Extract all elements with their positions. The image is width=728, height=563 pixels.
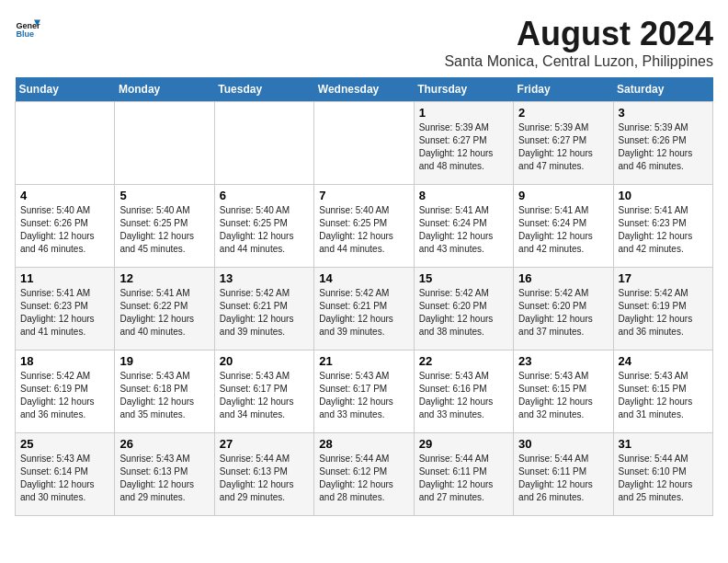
calendar-week-2: 4Sunrise: 5:40 AM Sunset: 6:26 PM Daylig… (16, 185, 713, 268)
cell-info: Sunrise: 5:44 AM Sunset: 6:11 PM Dayligh… (518, 453, 608, 504)
cell-info: Sunrise: 5:43 AM Sunset: 6:18 PM Dayligh… (119, 370, 209, 421)
cell-date: 18 (20, 354, 109, 368)
cell-info: Sunrise: 5:42 AM Sunset: 6:21 PM Dayligh… (319, 287, 408, 339)
cell-info: Sunrise: 5:42 AM Sunset: 6:19 PM Dayligh… (20, 370, 109, 421)
calendar-week-4: 18Sunrise: 5:42 AM Sunset: 6:19 PM Dayli… (16, 350, 713, 433)
cell-date: 29 (419, 437, 508, 451)
cell-date: 15 (419, 271, 508, 285)
cell-date: 1 (419, 106, 508, 120)
calendar-cell (314, 102, 414, 185)
svg-text:Blue: Blue (16, 29, 34, 39)
cell-info: Sunrise: 5:43 AM Sunset: 6:15 PM Dayligh… (619, 370, 708, 421)
cell-date: 9 (518, 189, 608, 202)
calendar-cell (214, 102, 313, 185)
calendar-week-5: 25Sunrise: 5:43 AM Sunset: 6:14 PM Dayli… (16, 433, 713, 516)
page-header: General Blue August 2024 Santa Monica, C… (15, 15, 713, 70)
cell-info: Sunrise: 5:42 AM Sunset: 6:20 PM Dayligh… (518, 287, 608, 339)
cell-info: Sunrise: 5:40 AM Sunset: 6:25 PM Dayligh… (119, 204, 209, 256)
cell-date: 3 (619, 106, 708, 120)
cell-date: 20 (220, 354, 309, 368)
calendar-cell: 19Sunrise: 5:43 AM Sunset: 6:18 PM Dayli… (115, 350, 214, 433)
calendar-cell: 21Sunrise: 5:43 AM Sunset: 6:17 PM Dayli… (314, 350, 414, 433)
cell-date: 24 (619, 354, 708, 368)
day-header-tuesday: Tuesday (214, 77, 313, 102)
cell-info: Sunrise: 5:43 AM Sunset: 6:15 PM Dayligh… (518, 370, 608, 421)
calendar-header-row: SundayMondayTuesdayWednesdayThursdayFrid… (16, 77, 713, 102)
calendar-cell (115, 102, 214, 185)
cell-info: Sunrise: 5:41 AM Sunset: 6:24 PM Dayligh… (419, 204, 508, 256)
calendar-cell: 27Sunrise: 5:44 AM Sunset: 6:13 PM Dayli… (214, 433, 313, 516)
cell-info: Sunrise: 5:43 AM Sunset: 6:17 PM Dayligh… (220, 370, 309, 421)
calendar-cell: 22Sunrise: 5:43 AM Sunset: 6:16 PM Dayli… (414, 350, 513, 433)
calendar-cell: 28Sunrise: 5:44 AM Sunset: 6:12 PM Dayli… (314, 433, 414, 516)
cell-info: Sunrise: 5:41 AM Sunset: 6:23 PM Dayligh… (20, 287, 109, 339)
calendar-cell: 3Sunrise: 5:39 AM Sunset: 6:26 PM Daylig… (613, 102, 712, 185)
cell-date: 31 (619, 437, 708, 451)
day-header-thursday: Thursday (414, 77, 513, 102)
cell-date: 23 (518, 354, 608, 368)
cell-info: Sunrise: 5:42 AM Sunset: 6:21 PM Dayligh… (220, 287, 309, 339)
cell-info: Sunrise: 5:44 AM Sunset: 6:13 PM Dayligh… (220, 453, 309, 504)
calendar-cell: 11Sunrise: 5:41 AM Sunset: 6:23 PM Dayli… (16, 268, 115, 350)
calendar-cell: 17Sunrise: 5:42 AM Sunset: 6:19 PM Dayli… (613, 268, 712, 350)
calendar-cell: 14Sunrise: 5:42 AM Sunset: 6:21 PM Dayli… (314, 268, 414, 350)
calendar-cell: 1Sunrise: 5:39 AM Sunset: 6:27 PM Daylig… (414, 102, 513, 185)
cell-info: Sunrise: 5:43 AM Sunset: 6:13 PM Dayligh… (119, 453, 209, 504)
calendar-cell: 24Sunrise: 5:43 AM Sunset: 6:15 PM Dayli… (613, 350, 712, 433)
calendar-cell: 7Sunrise: 5:40 AM Sunset: 6:25 PM Daylig… (314, 185, 414, 268)
cell-date: 28 (319, 437, 408, 451)
calendar-week-3: 11Sunrise: 5:41 AM Sunset: 6:23 PM Dayli… (16, 268, 713, 350)
calendar-cell: 5Sunrise: 5:40 AM Sunset: 6:25 PM Daylig… (115, 185, 214, 268)
cell-info: Sunrise: 5:41 AM Sunset: 6:23 PM Dayligh… (619, 204, 708, 256)
cell-info: Sunrise: 5:44 AM Sunset: 6:12 PM Dayligh… (319, 453, 408, 504)
cell-date: 7 (319, 189, 408, 202)
calendar-cell: 8Sunrise: 5:41 AM Sunset: 6:24 PM Daylig… (414, 185, 513, 268)
calendar-cell: 2Sunrise: 5:39 AM Sunset: 6:27 PM Daylig… (514, 102, 613, 185)
cell-date: 16 (518, 271, 608, 285)
calendar-cell: 9Sunrise: 5:41 AM Sunset: 6:24 PM Daylig… (514, 185, 613, 268)
calendar-cell (16, 102, 115, 185)
cell-date: 22 (419, 354, 508, 368)
cell-info: Sunrise: 5:40 AM Sunset: 6:26 PM Dayligh… (20, 204, 109, 256)
calendar-cell: 12Sunrise: 5:41 AM Sunset: 6:22 PM Dayli… (115, 268, 214, 350)
calendar-week-1: 1Sunrise: 5:39 AM Sunset: 6:27 PM Daylig… (16, 102, 713, 185)
cell-info: Sunrise: 5:43 AM Sunset: 6:16 PM Dayligh… (419, 370, 508, 421)
cell-date: 5 (119, 189, 209, 202)
calendar-cell: 26Sunrise: 5:43 AM Sunset: 6:13 PM Dayli… (115, 433, 214, 516)
calendar-table: SundayMondayTuesdayWednesdayThursdayFrid… (15, 77, 713, 516)
calendar-cell: 23Sunrise: 5:43 AM Sunset: 6:15 PM Dayli… (514, 350, 613, 433)
cell-info: Sunrise: 5:43 AM Sunset: 6:17 PM Dayligh… (319, 370, 408, 421)
cell-date: 12 (119, 271, 209, 285)
cell-info: Sunrise: 5:43 AM Sunset: 6:14 PM Dayligh… (20, 453, 109, 504)
day-header-wednesday: Wednesday (314, 77, 414, 102)
logo-icon: General Blue (15, 15, 40, 40)
calendar-cell: 18Sunrise: 5:42 AM Sunset: 6:19 PM Dayli… (16, 350, 115, 433)
calendar-cell: 31Sunrise: 5:44 AM Sunset: 6:10 PM Dayli… (613, 433, 712, 516)
cell-info: Sunrise: 5:40 AM Sunset: 6:25 PM Dayligh… (220, 204, 309, 256)
cell-info: Sunrise: 5:39 AM Sunset: 6:27 PM Dayligh… (518, 121, 608, 173)
calendar-cell: 25Sunrise: 5:43 AM Sunset: 6:14 PM Dayli… (16, 433, 115, 516)
cell-info: Sunrise: 5:39 AM Sunset: 6:27 PM Dayligh… (419, 121, 508, 173)
cell-info: Sunrise: 5:44 AM Sunset: 6:10 PM Dayligh… (619, 453, 708, 504)
calendar-cell: 30Sunrise: 5:44 AM Sunset: 6:11 PM Dayli… (514, 433, 613, 516)
calendar-cell: 6Sunrise: 5:40 AM Sunset: 6:25 PM Daylig… (214, 185, 313, 268)
day-header-monday: Monday (115, 77, 214, 102)
cell-info: Sunrise: 5:39 AM Sunset: 6:26 PM Dayligh… (619, 121, 708, 173)
calendar-cell: 4Sunrise: 5:40 AM Sunset: 6:26 PM Daylig… (16, 185, 115, 268)
day-header-saturday: Saturday (613, 77, 712, 102)
cell-info: Sunrise: 5:42 AM Sunset: 6:20 PM Dayligh… (419, 287, 508, 339)
title-block: August 2024 Santa Monica, Central Luzon,… (444, 15, 713, 70)
cell-date: 26 (119, 437, 209, 451)
cell-info: Sunrise: 5:40 AM Sunset: 6:25 PM Dayligh… (319, 204, 408, 256)
cell-date: 4 (20, 189, 109, 202)
cell-date: 19 (119, 354, 209, 368)
logo: General Blue (15, 15, 40, 40)
cell-date: 11 (20, 271, 109, 285)
calendar-cell: 13Sunrise: 5:42 AM Sunset: 6:21 PM Dayli… (214, 268, 313, 350)
cell-date: 13 (220, 271, 309, 285)
cell-date: 21 (319, 354, 408, 368)
cell-date: 17 (619, 271, 708, 285)
calendar-cell: 15Sunrise: 5:42 AM Sunset: 6:20 PM Dayli… (414, 268, 513, 350)
cell-info: Sunrise: 5:41 AM Sunset: 6:22 PM Dayligh… (119, 287, 209, 339)
calendar-cell: 29Sunrise: 5:44 AM Sunset: 6:11 PM Dayli… (414, 433, 513, 516)
